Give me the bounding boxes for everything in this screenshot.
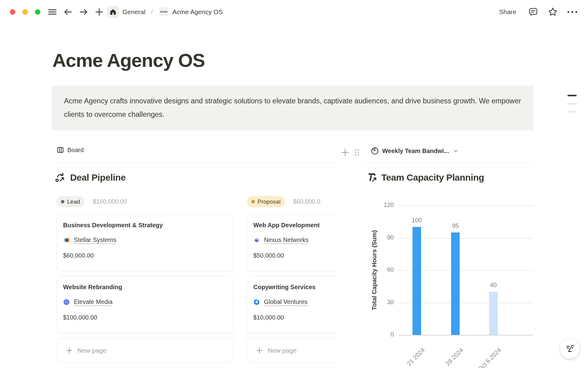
client-link[interactable]: Elevate Media bbox=[74, 298, 113, 305]
pie-chart-icon bbox=[371, 147, 379, 155]
traffic-light-minimize[interactable] bbox=[22, 9, 28, 15]
y-tick-label: 0 bbox=[390, 331, 394, 338]
sidebar-menu-icon[interactable] bbox=[47, 7, 57, 17]
home-icon bbox=[110, 9, 116, 15]
nexus-networks-logo-icon bbox=[253, 237, 260, 243]
notion-window: General / acme Acme Agency OS Share Acme… bbox=[0, 0, 588, 368]
callout-text: Acme Agency crafts innovative designs an… bbox=[64, 97, 521, 118]
card-business-development[interactable]: Business Development & Strategy Stellar … bbox=[57, 214, 233, 271]
favorite-star-icon[interactable] bbox=[548, 7, 558, 17]
chart-divider bbox=[363, 163, 533, 163]
bar-value-label: 100 bbox=[412, 217, 422, 224]
toc-indicator[interactable] bbox=[567, 111, 577, 113]
notion-ai-button[interactable] bbox=[560, 339, 580, 359]
deal-pipeline-heading: Deal Pipeline bbox=[55, 172, 126, 183]
callout-block: Acme Agency crafts innovative designs an… bbox=[52, 86, 533, 130]
client-link[interactable]: Nexus Networks bbox=[264, 236, 309, 243]
card-copywriting-services[interactable]: Copywriting Services Global Ventures $10… bbox=[247, 276, 337, 333]
deal-pipeline-title: Deal Pipeline bbox=[70, 172, 126, 183]
group-header-lead: Lead $160,000.00 bbox=[56, 196, 127, 207]
lead-status-dot bbox=[61, 200, 64, 203]
bar-rect bbox=[413, 227, 421, 335]
x-tick-label-2: 28 2024 bbox=[444, 347, 465, 367]
bar-week3: 40 bbox=[489, 205, 498, 335]
chevron-down-icon bbox=[452, 147, 459, 155]
card-title: Website Rebranding bbox=[63, 283, 227, 291]
x-tick-label-3: Oct 5 2024 bbox=[477, 347, 503, 368]
card-amount: $100,000.00 bbox=[63, 314, 227, 321]
proposal-status-dot bbox=[251, 200, 255, 203]
new-page-button[interactable]: New page bbox=[247, 338, 337, 362]
global-ventures-logo-icon bbox=[253, 299, 260, 305]
client-link[interactable]: Stellar Systems bbox=[74, 236, 116, 243]
team-capacity-heading: Team Capacity Planning bbox=[366, 172, 484, 183]
card-title: Copywriting Services bbox=[253, 283, 337, 291]
new-page-label: New page bbox=[268, 347, 297, 354]
elevate-media-logo-icon bbox=[63, 299, 70, 305]
add-block-plus-icon[interactable] bbox=[341, 148, 350, 157]
card-title: Web App Development bbox=[253, 221, 337, 229]
capacity-chart-plot: 120 90 60 30 0 100 95 bbox=[399, 205, 533, 335]
capacity-chart-section: Weekly Team Bandwi... Team Capacity Plan… bbox=[363, 142, 533, 368]
new-page-label: New page bbox=[77, 347, 107, 354]
plus-icon bbox=[256, 347, 263, 354]
new-tab-plus-icon[interactable] bbox=[94, 7, 104, 17]
home-button[interactable] bbox=[107, 6, 119, 18]
chart-view-label: Weekly Team Bandwi... bbox=[382, 148, 449, 155]
proposal-status-label: Proposal bbox=[258, 198, 281, 205]
chart-view-selector[interactable]: Weekly Team Bandwi... bbox=[371, 147, 459, 155]
chart-y-axis-label: Total Capacity Hours (Sum) bbox=[371, 230, 378, 310]
board-section: Board Deal Pipeline Lead $160,000.00 bbox=[52, 142, 337, 368]
card-amount: $10,000.00 bbox=[253, 314, 337, 321]
y-tick-label: 60 bbox=[387, 266, 394, 273]
card-title: Business Development & Strategy bbox=[63, 221, 227, 229]
share-button[interactable]: Share bbox=[499, 8, 516, 16]
y-tick-label: 120 bbox=[384, 201, 394, 209]
page-title: Acme Agency OS bbox=[52, 50, 205, 71]
plus-icon bbox=[66, 347, 73, 354]
client-link[interactable]: Global Ventures bbox=[264, 298, 307, 305]
card-amount: $60,000.00 bbox=[63, 252, 227, 259]
y-tick-label: 90 bbox=[387, 234, 394, 241]
board-divider bbox=[52, 163, 337, 163]
new-page-button[interactable]: New page bbox=[57, 338, 233, 362]
more-options-icon[interactable] bbox=[566, 7, 579, 17]
toc-indicator-active[interactable] bbox=[567, 95, 577, 96]
group-header-proposal: Proposal $60,000.0 bbox=[247, 196, 320, 207]
card-web-app-development[interactable]: Web App Development Nexus Networks $50,0… bbox=[247, 214, 337, 271]
back-arrow-icon[interactable] bbox=[63, 7, 73, 17]
bar-value-label: 95 bbox=[452, 222, 459, 229]
board-view-tab[interactable]: Board bbox=[56, 146, 84, 154]
proposal-group-sum: $60,000.0 bbox=[293, 196, 320, 207]
bar-week2: 95 bbox=[451, 205, 460, 335]
comments-icon[interactable] bbox=[528, 7, 538, 17]
card-website-rebranding[interactable]: Website Rebranding Elevate Media $100,00… bbox=[57, 276, 233, 333]
lead-status-label: Lead bbox=[67, 198, 80, 205]
bar-value-label: 40 bbox=[490, 282, 497, 289]
breadcrumb-separator: / bbox=[151, 8, 153, 16]
lead-status-pill[interactable]: Lead bbox=[56, 196, 85, 207]
card-amount: $50,000.00 bbox=[253, 252, 337, 259]
ai-face-icon bbox=[564, 343, 575, 354]
team-capacity-title: Team Capacity Planning bbox=[381, 172, 484, 183]
forward-arrow-icon[interactable] bbox=[79, 7, 89, 17]
drag-handle-icon[interactable] bbox=[352, 148, 361, 157]
traffic-light-close[interactable] bbox=[10, 9, 15, 15]
y-tick-label: 30 bbox=[387, 299, 394, 306]
x-tick-label-1: 21 2024 bbox=[405, 347, 426, 367]
board-view-label: Board bbox=[67, 147, 84, 154]
bar-week1: 100 bbox=[413, 205, 421, 335]
lead-group-sum: $160,000.00 bbox=[93, 196, 127, 207]
page-icon-badge: acme bbox=[159, 7, 168, 16]
board-view-icon bbox=[56, 146, 64, 154]
traffic-light-zoom[interactable] bbox=[35, 9, 40, 15]
bar-rect bbox=[451, 232, 460, 335]
stellar-systems-logo-icon bbox=[63, 237, 70, 243]
breadcrumb-root[interactable]: General bbox=[123, 8, 145, 16]
bar-rect bbox=[489, 292, 498, 335]
pipeline-automation-icon bbox=[55, 172, 66, 183]
toc-indicator[interactable] bbox=[567, 103, 577, 105]
breadcrumb-page[interactable]: Acme Agency OS bbox=[172, 8, 223, 16]
proposal-status-pill[interactable]: Proposal bbox=[247, 196, 285, 207]
hammer-arrow-icon bbox=[366, 172, 378, 183]
